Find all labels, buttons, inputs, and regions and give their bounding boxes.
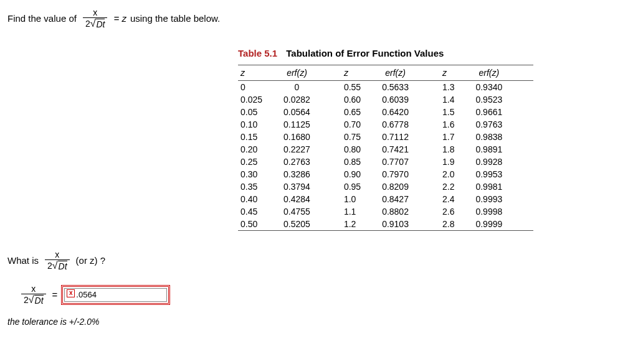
table-cell: 1.9 — [440, 156, 473, 168]
table-cell: 0.75 — [341, 131, 379, 143]
table-cell: 0.7970 — [379, 168, 440, 180]
col-header: z — [341, 65, 379, 81]
table-header-row: z erf(z) z erf(z) z erf(z) — [238, 65, 533, 81]
table-cell: 0.9953 — [473, 168, 533, 180]
answer-input[interactable] — [64, 288, 167, 302]
denominator: 2√Dt — [21, 294, 46, 306]
table-cell: 0.5205 — [281, 218, 341, 231]
table-cell: 0.9891 — [473, 143, 533, 156]
table-cell: 1.3 — [440, 81, 473, 94]
numerator: x — [52, 250, 62, 259]
table-cell: 0.6039 — [379, 93, 440, 106]
incorrect-icon: x — [67, 289, 75, 297]
table-cell: 2.6 — [440, 205, 473, 218]
sqrt-icon: √ — [90, 18, 96, 29]
table-cell: 2.8 — [440, 218, 473, 231]
table-cell: 1.6 — [440, 118, 473, 131]
table-cell: 0.4284 — [281, 193, 341, 205]
table-cell: 0 — [238, 81, 281, 94]
table-row: 000.550.56331.30.9340 — [238, 81, 533, 94]
table-title: Tabulation of Error Function Values — [286, 48, 444, 58]
table-cell: 1.1 — [341, 205, 379, 218]
table-cell: 0.65 — [341, 106, 379, 118]
table-cell: 0.55 — [341, 81, 379, 94]
table-cell: 0.05 — [238, 106, 281, 118]
table-cell: 0.6778 — [379, 118, 440, 131]
table-body: 000.550.56331.30.93400.0250.02820.600.60… — [238, 81, 533, 231]
table-caption: Table 5.1 Tabulation of Error Function V… — [238, 48, 631, 58]
table-number: Table 5.1 — [238, 48, 277, 58]
table-cell: 0.9981 — [473, 180, 533, 193]
table-cell: 0.15 — [238, 131, 281, 143]
table-cell: 0.1125 — [281, 118, 341, 131]
table-cell: 0.8802 — [379, 205, 440, 218]
table-row: 0.250.27630.850.77071.90.9928 — [238, 156, 533, 168]
table-cell: 0.45 — [238, 205, 281, 218]
table-cell: 0.6420 — [379, 106, 440, 118]
table-cell: 1.8 — [440, 143, 473, 156]
table-cell: 0.2227 — [281, 143, 341, 156]
erf-table: z erf(z) z erf(z) z erf(z) 000.550.56331… — [238, 65, 533, 231]
table-cell: 0.30 — [238, 168, 281, 180]
question-prefix: What is — [7, 255, 39, 266]
table-cell: 0.0282 — [281, 93, 341, 106]
table-row: 0.150.16800.750.71121.70.9838 — [238, 131, 533, 143]
table-cell: 0.10 — [238, 118, 281, 131]
table-cell: 1.4 — [440, 93, 473, 106]
erf-table-section: Table 5.1 Tabulation of Error Function V… — [238, 48, 631, 231]
table-cell: 0.9763 — [473, 118, 533, 131]
table-cell: 0.3794 — [281, 180, 341, 193]
table-cell: 1.2 — [341, 218, 379, 231]
table-cell: 0.8209 — [379, 180, 440, 193]
table-row: 0.500.52051.20.91032.80.9999 — [238, 218, 533, 231]
col-header: erf(z) — [379, 65, 440, 81]
table-cell: 0.60 — [341, 93, 379, 106]
table-cell: 2.4 — [440, 193, 473, 205]
col-header: erf(z) — [281, 65, 341, 81]
table-row: 0.200.22270.800.74211.80.9891 — [238, 143, 533, 156]
equals-sign: = — [52, 289, 58, 300]
fraction-expr: x 2√Dt — [83, 7, 108, 29]
table-cell: 0.40 — [238, 193, 281, 205]
table-cell: 0.0564 — [281, 106, 341, 118]
table-cell: 0.7421 — [379, 143, 440, 156]
table-cell: 1.7 — [440, 131, 473, 143]
table-cell: 1.0 — [341, 193, 379, 205]
question-suffix: (or z) ? — [76, 255, 106, 266]
table-cell: 0.1680 — [281, 131, 341, 143]
table-cell: 0.9103 — [379, 218, 440, 231]
table-cell: 0.8427 — [379, 193, 440, 205]
col-header: erf(z) — [473, 65, 533, 81]
table-row: 0.300.32860.900.79702.00.9953 — [238, 168, 533, 180]
question-line: What is x 2√Dt (or z) ? — [7, 250, 631, 271]
table-cell: 0.3286 — [281, 168, 341, 180]
table-cell: 0.9523 — [473, 93, 533, 106]
col-header: z — [238, 65, 281, 81]
sqrt-icon: √ — [29, 294, 34, 306]
answer-line: x 2√Dt = x — [19, 284, 631, 306]
table-cell: 0 — [281, 81, 341, 94]
answer-box: x — [61, 285, 170, 305]
table-cell: 0.70 — [341, 118, 379, 131]
table-cell: 2.2 — [440, 180, 473, 193]
instruction-suffix: using the table below. — [130, 13, 220, 24]
table-row: 0.050.05640.650.64201.50.9661 — [238, 106, 533, 118]
table-cell: 0.25 — [238, 156, 281, 168]
table-cell: 0.7707 — [379, 156, 440, 168]
equals-z: = z — [113, 13, 126, 24]
numerator: x — [90, 7, 100, 17]
table-cell: 0.9340 — [473, 81, 533, 94]
fraction-expr-2: x 2√Dt — [45, 250, 70, 271]
table-row: 0.0250.02820.600.60391.40.9523 — [238, 93, 533, 106]
table-cell: 0.95 — [341, 180, 379, 193]
table-cell: 0.9838 — [473, 131, 533, 143]
table-cell: 0.2763 — [281, 156, 341, 168]
table-cell: 0.20 — [238, 143, 281, 156]
table-row: 0.400.42841.00.84272.40.9993 — [238, 193, 533, 205]
instruction-line: Find the value of x 2√Dt = z using the t… — [7, 7, 631, 29]
table-cell: 0.9993 — [473, 193, 533, 205]
table-cell: 0.9998 — [473, 205, 533, 218]
table-row: 0.450.47551.10.88022.60.9998 — [238, 205, 533, 218]
numerator: x — [29, 284, 38, 294]
table-cell: 0.9661 — [473, 106, 533, 118]
